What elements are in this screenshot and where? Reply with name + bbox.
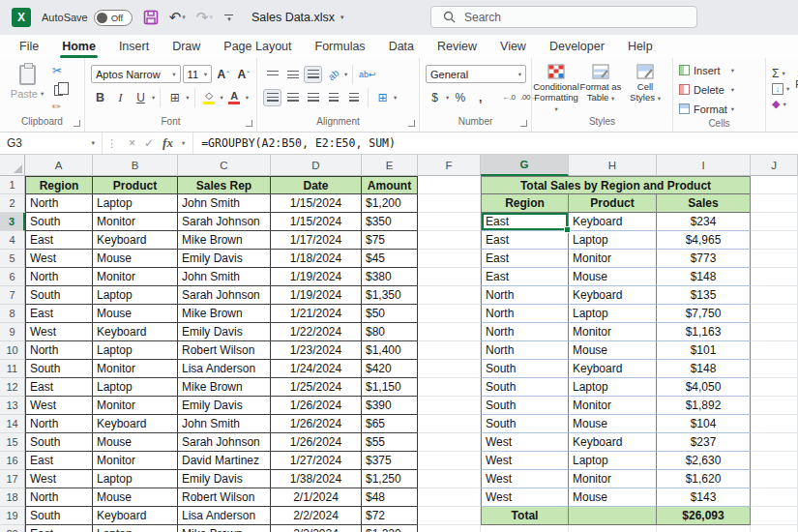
cell[interactable]: 2/1/2024 xyxy=(271,488,362,507)
cell[interactable]: Keyboard xyxy=(93,323,178,341)
cell[interactable] xyxy=(418,397,481,415)
cell[interactable] xyxy=(751,360,798,378)
cell[interactable]: Keyboard xyxy=(569,213,657,231)
cancel-icon[interactable]: × xyxy=(129,136,135,150)
tab-file[interactable]: File xyxy=(8,35,50,58)
cell[interactable]: East xyxy=(481,250,569,268)
delete-cells-button[interactable]: Delete▾ xyxy=(679,80,734,99)
row-header-9[interactable]: 9 xyxy=(0,323,25,341)
cell[interactable]: Monitor xyxy=(93,452,178,470)
column-header-G[interactable]: G xyxy=(481,155,569,176)
cell[interactable]: $72 xyxy=(362,507,418,525)
cell[interactable]: 1/26/2024 xyxy=(271,433,362,452)
cell[interactable]: $380 xyxy=(362,268,418,286)
row-header-4[interactable]: 4 xyxy=(0,231,25,250)
row-header-19[interactable]: 19 xyxy=(0,507,25,525)
cell[interactable]: $104 xyxy=(657,415,751,433)
cell[interactable]: $1,620 xyxy=(657,470,751,488)
cell[interactable]: $1,892 xyxy=(657,397,751,415)
left-table-header[interactable]: Region xyxy=(25,176,93,194)
cell[interactable] xyxy=(751,415,798,433)
selected-cell-G3[interactable]: East xyxy=(481,213,569,231)
cell[interactable]: $65 xyxy=(362,415,418,433)
tab-review[interactable]: Review xyxy=(426,35,488,58)
cell[interactable]: South xyxy=(25,507,93,525)
cell[interactable] xyxy=(418,176,481,194)
column-header-J[interactable]: J xyxy=(751,155,798,176)
cell[interactable]: Laptop xyxy=(93,194,178,213)
tab-draw[interactable]: Draw xyxy=(161,35,212,58)
cell[interactable] xyxy=(751,378,798,397)
format-as-table-button[interactable]: Format asTable ▾ xyxy=(578,63,623,116)
cell[interactable] xyxy=(751,397,798,415)
total-label-cell[interactable]: Total xyxy=(481,507,569,525)
cell[interactable]: $1,150 xyxy=(362,378,418,397)
cell[interactable] xyxy=(751,525,798,532)
cell[interactable] xyxy=(751,268,798,286)
cell[interactable]: North xyxy=(481,305,569,323)
cell[interactable]: 1/27/2024 xyxy=(271,452,362,470)
cell[interactable]: Monitor xyxy=(569,323,657,341)
summary-table-header[interactable]: Region xyxy=(481,194,569,213)
number-dialog-launcher[interactable] xyxy=(520,120,527,127)
cell[interactable]: Monitor xyxy=(93,213,178,231)
row-header-5[interactable]: 5 xyxy=(0,250,25,268)
cell[interactable]: East xyxy=(25,452,93,470)
cell[interactable]: 1/26/2024 xyxy=(271,397,362,415)
tab-insert[interactable]: Insert xyxy=(107,35,161,58)
cell[interactable]: South xyxy=(481,415,569,433)
cell[interactable]: 2/2/2024 xyxy=(271,507,362,525)
cell[interactable] xyxy=(569,525,657,532)
cell[interactable]: 1/24/2024 xyxy=(271,360,362,378)
tab-developer[interactable]: Developer xyxy=(538,35,616,58)
underline-button[interactable]: U xyxy=(132,89,150,106)
left-table-header[interactable]: Sales Rep xyxy=(178,176,271,194)
number-format-select[interactable]: General▾ xyxy=(426,65,526,83)
cell[interactable]: West xyxy=(481,488,569,507)
cell[interactable]: West xyxy=(481,452,569,470)
cell[interactable]: John Smith xyxy=(178,268,271,286)
cell[interactable]: Laptop xyxy=(93,286,178,305)
total-value-cell[interactable]: $26,093 xyxy=(657,507,751,525)
cell[interactable]: $101 xyxy=(657,341,751,360)
tab-page-layout[interactable]: Page Layout xyxy=(212,35,303,58)
cell[interactable]: Monitor xyxy=(93,397,178,415)
cell[interactable]: John Smith xyxy=(178,415,271,433)
cell[interactable] xyxy=(751,433,798,452)
cell[interactable] xyxy=(751,452,798,470)
tab-formulas[interactable]: Formulas xyxy=(304,35,377,58)
cell[interactable]: Laptop xyxy=(569,231,657,250)
cell[interactable]: Mouse xyxy=(93,305,178,323)
cell[interactable]: John Smith xyxy=(178,194,271,213)
cell[interactable]: 1/18/2024 xyxy=(271,250,362,268)
cell[interactable]: Keyboard xyxy=(93,507,178,525)
enter-icon[interactable]: ✓ xyxy=(144,136,154,150)
cell[interactable] xyxy=(418,194,481,213)
cell[interactable]: Laptop xyxy=(569,452,657,470)
font-name-select[interactable]: Aptos Narrow▾ xyxy=(91,65,181,83)
cell[interactable]: Lisa Anderson xyxy=(178,507,271,525)
cell[interactable]: $80 xyxy=(362,323,418,341)
cell[interactable]: 1/19/2024 xyxy=(271,286,362,305)
fill-color-dropdown-icon[interactable]: ▾ xyxy=(221,94,223,102)
top-align-icon[interactable] xyxy=(263,66,281,83)
increase-decimal-icon[interactable]: ←.0 xyxy=(499,89,517,106)
cell[interactable]: $143 xyxy=(657,488,751,507)
autosave-control[interactable]: AutoSave Off xyxy=(42,10,133,26)
font-color-dropdown-icon[interactable]: ▾ xyxy=(246,94,249,102)
cell[interactable]: South xyxy=(25,286,93,305)
cell[interactable]: $375 xyxy=(362,452,418,470)
cell[interactable]: North xyxy=(481,286,569,305)
left-table-header[interactable]: Amount xyxy=(362,176,418,194)
cell[interactable]: 1/25/2024 xyxy=(271,378,362,397)
cell[interactable]: Keyboard xyxy=(93,415,178,433)
cell-styles-button[interactable]: CellStyles ▾ xyxy=(623,63,667,116)
cell[interactable]: North xyxy=(25,415,93,433)
cell[interactable]: 1/23/2024 xyxy=(271,341,362,360)
fill-button[interactable]: ↓▾ xyxy=(772,83,789,95)
cell[interactable]: Mouse xyxy=(93,433,178,452)
cell[interactable]: $1,250 xyxy=(362,470,418,488)
cell[interactable]: $1,200 xyxy=(362,194,418,213)
tab-data[interactable]: Data xyxy=(377,35,426,58)
row-header-6[interactable]: 6 xyxy=(0,268,25,286)
